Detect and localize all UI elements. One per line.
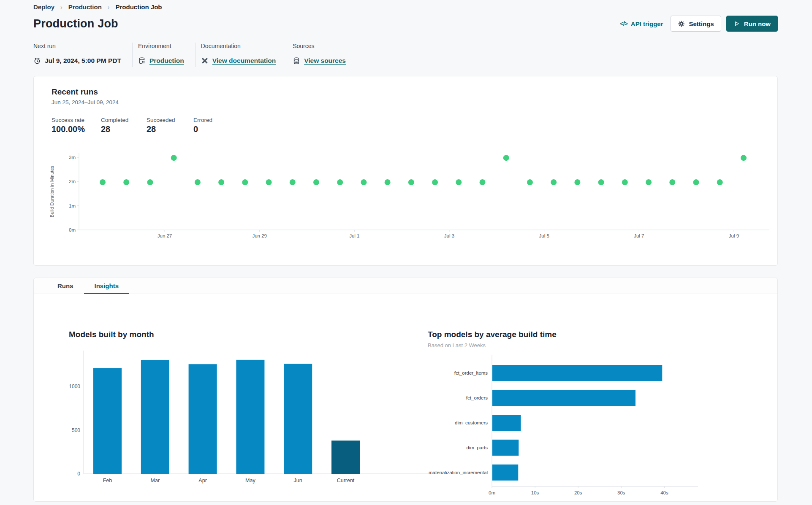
svg-text:Jul 7: Jul 7 [634,233,644,238]
meta-label: Documentation [201,43,276,49]
play-icon [733,20,740,27]
recent-runs-stats: Success rate 100.00% Completed 28 Succee… [52,117,777,134]
model-build-time-bar [492,365,662,381]
svg-text:Jul 9: Jul 9 [729,233,739,238]
stat-success-rate: Success rate 100.00% [52,117,101,134]
breadcrumb-production[interactable]: Production [68,3,102,11]
top-models-build-time-block: Top models by average build time Based o… [428,330,715,501]
month-bar [236,360,264,474]
breadcrumb-deploy[interactable]: Deploy [33,3,54,11]
month-bar [141,360,169,474]
run-duration-point [693,179,699,185]
svg-text:Jun 29: Jun 29 [252,233,267,238]
settings-label: Settings [689,20,714,27]
tab-runs[interactable]: Runs [47,278,84,294]
chart-subtitle: Based on Last 2 Weeks [428,342,715,348]
run-duration-point [337,179,343,185]
run-duration-point [266,179,272,185]
month-bar [93,368,122,474]
alarm-clock-icon [33,57,41,65]
model-build-time-bar [492,415,521,431]
svg-text:10s: 10s [531,490,539,495]
run-duration-point [385,179,391,185]
month-bar [331,440,360,474]
model-build-time-bar [492,464,518,481]
chevron-right-icon: › [108,4,110,11]
svg-text:Feb: Feb [103,478,112,483]
run-duration-point [195,179,201,185]
svg-text:Jul 3: Jul 3 [444,233,454,238]
run-duration-point [480,179,486,185]
svg-text:40s: 40s [660,490,668,495]
run-duration-point [218,179,224,185]
stat-errored: Errored 0 [193,117,212,134]
svg-text:30s: 30s [617,490,625,495]
tab-insights[interactable]: Insights [84,278,130,294]
svg-text:dim_parts: dim_parts [467,445,488,450]
svg-text:Mar: Mar [151,478,160,483]
job-meta-row: Next run Jul 9, 2024, 5:00 PM PDT Enviro… [33,43,778,67]
meta-documentation: Documentation View documentation [196,43,287,67]
svg-text:May: May [245,478,255,483]
svg-text:Build Duration in Minutes: Build Duration in Minutes [49,165,54,217]
svg-text:0m: 0m [69,227,76,232]
stat-succeeded: Succeeded 28 [147,117,193,134]
build-duration-scatter-chart[interactable]: Build Duration in Minutes0m1m2m3mJun 27J… [34,151,778,241]
run-duration-point [456,179,462,185]
environment-database-icon [138,57,146,65]
run-duration-point [717,179,723,185]
run-duration-point [574,179,580,185]
run-duration-point [622,179,628,185]
run-duration-point [527,179,533,185]
svg-text:Jun: Jun [294,478,302,483]
recent-runs-title: Recent runs [52,87,777,97]
svg-text:1000: 1000 [69,383,80,389]
job-detail-tabs-card: Runs Insights Models built by month 0500… [33,278,778,502]
run-now-button[interactable]: Run now [726,16,778,32]
run-duration-point [503,155,509,161]
run-duration-point [551,179,557,185]
svg-text:Jul 1: Jul 1 [349,233,359,238]
view-documentation-link[interactable]: View documentation [212,57,276,65]
svg-text:fct_orders: fct_orders [466,395,488,400]
recent-runs-card: Recent runs Jun 25, 2024–Jul 09, 2024 Su… [33,76,778,266]
top-models-build-time-chart: 0m10s20s30s40sfct_order_itemsfct_ordersd… [428,354,715,499]
run-duration-point [669,179,675,185]
meta-next-run: Next run Jul 9, 2024, 5:00 PM PDT [33,43,133,67]
month-bar [189,364,217,474]
stat-completed: Completed 28 [101,117,147,134]
production-job-page: Deploy › Production › Production Job Pro… [0,0,812,505]
dbt-docs-icon [201,57,209,65]
run-duration-point [100,179,106,185]
run-duration-point [598,179,604,185]
api-trigger-link[interactable]: </> API trigger [620,20,663,27]
svg-text:Apr: Apr [198,478,206,483]
tab-strip: Runs Insights [34,278,777,294]
environment-link[interactable]: Production [149,57,184,65]
run-duration-point [408,179,414,185]
meta-sources: Sources View sources [287,43,357,67]
chart-title: Top models by average build time [428,330,715,339]
svg-text:0m: 0m [489,490,495,495]
model-build-time-bar [492,440,519,456]
api-trigger-label: API trigger [631,20,663,27]
meta-label: Sources [293,43,346,49]
gear-icon [678,20,685,27]
insights-panel: Models built by month 05001000FebMarAprM… [34,294,777,502]
models-built-by-month-block: Models built by month 05001000FebMarAprM… [69,330,428,501]
svg-text:dim_customers: dim_customers [455,420,488,425]
breadcrumb-current-page: Production Job [116,3,162,11]
run-duration-point [171,155,177,161]
settings-button[interactable]: Settings [671,16,721,32]
run-duration-point [361,179,367,185]
run-duration-point [313,179,319,185]
run-now-label: Run now [744,20,771,27]
code-icon: </> [620,20,627,27]
svg-text:3m: 3m [69,155,76,160]
recent-runs-date-range: Jun 25, 2024–Jul 09, 2024 [52,99,777,105]
page-title: Production Job [33,17,118,30]
view-sources-link[interactable]: View sources [304,57,346,65]
next-run-value: Jul 9, 2024, 5:00 PM PDT [45,57,121,65]
svg-text:2m: 2m [69,179,76,184]
run-duration-point [242,179,248,185]
